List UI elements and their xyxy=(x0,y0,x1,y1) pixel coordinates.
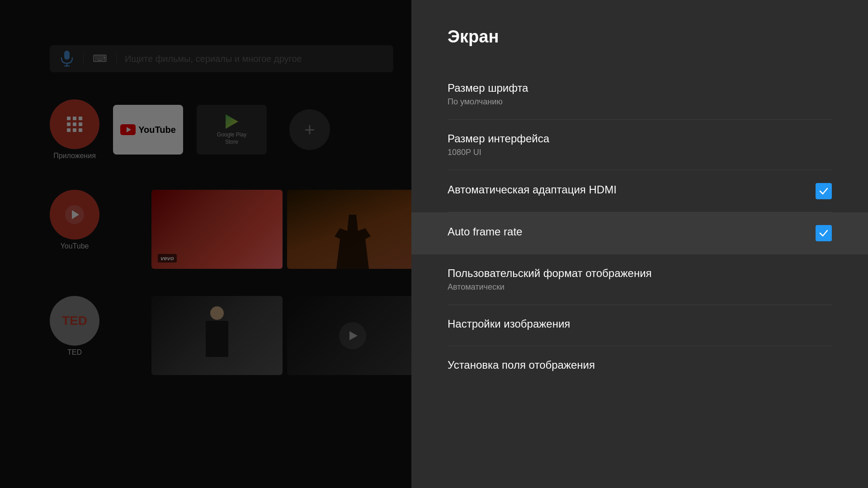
settings-item-image_settings[interactable]: Настройки изображения xyxy=(448,305,832,346)
youtube-section: YouTube xyxy=(50,190,99,250)
settings-label-hdmi_adaptation: Автоматическая адаптация HDMI xyxy=(448,183,816,196)
settings-label-auto_frame_rate: Auto frame rate xyxy=(448,225,816,238)
settings-item-content-interface_size: Размер интерфейса1080P UI xyxy=(448,132,832,157)
apps-label: Приложения xyxy=(53,152,96,160)
settings-item-display_format[interactable]: Пользовательский формат отображенияАвтом… xyxy=(448,254,832,305)
settings-item-auto_frame_rate[interactable]: Auto frame rate xyxy=(411,212,868,254)
settings-item-content-display_format: Пользовательский формат отображенияАвтом… xyxy=(448,267,832,292)
settings-label-image_settings: Настройки изображения xyxy=(448,318,832,330)
settings-list: Размер шрифтаПо умолчаниюРазмер интерфей… xyxy=(448,69,832,387)
settings-item-content-font_size: Размер шрифтаПо умолчанию xyxy=(448,82,832,107)
settings-value-interface_size: 1080P UI xyxy=(448,148,832,157)
apps-section: Приложения YouTube Google Pla xyxy=(50,99,330,160)
search-bar[interactable]: ⌨ Ищите фильмы, сериалы и многое другое xyxy=(50,45,393,72)
settings-item-content-image_settings: Настройки изображения xyxy=(448,318,832,333)
yt-play-btn-icon xyxy=(120,124,136,135)
settings-item-hdmi_adaptation[interactable]: Автоматическая адаптация HDMI xyxy=(448,170,832,212)
svg-marker-3 xyxy=(226,114,238,129)
checkmark-icon xyxy=(819,186,829,196)
svg-rect-0 xyxy=(64,51,70,60)
settings-label-font_size: Размер шрифта xyxy=(448,82,832,94)
settings-value-font_size: По умолчанию xyxy=(448,97,832,107)
youtube-text: YouTube xyxy=(138,125,176,135)
ted-thumb-1[interactable] xyxy=(151,296,283,375)
google-play-label: Google PlayStore xyxy=(217,131,246,145)
settings-label-interface_size: Размер интерфейса xyxy=(448,132,832,145)
settings-value-display_format: Автоматически xyxy=(448,282,832,292)
mic-button[interactable] xyxy=(59,51,75,67)
google-play-tile[interactable]: Google PlayStore xyxy=(197,105,267,155)
video-thumbs-row1: vevo xyxy=(151,190,411,269)
person-head xyxy=(210,306,224,320)
play-icon-small xyxy=(349,331,358,340)
search-divider xyxy=(83,52,84,65)
add-app-button[interactable]: + xyxy=(289,109,330,150)
youtube-label: YouTube xyxy=(61,242,89,250)
checkbox-hdmi_adaptation[interactable] xyxy=(816,183,832,199)
youtube-logo: YouTube xyxy=(120,124,176,135)
ted-thumb-2[interactable] xyxy=(287,296,411,375)
checkbox-auto_frame_rate[interactable] xyxy=(816,225,832,241)
settings-panel: Экран Размер шрифтаПо умолчаниюРазмер ин… xyxy=(411,0,868,488)
youtube-play-icon xyxy=(65,205,84,224)
settings-label-display_margin: Установка поля отображения xyxy=(448,359,832,371)
settings-item-display_margin[interactable]: Установка поля отображения xyxy=(448,346,832,387)
apps-icon[interactable] xyxy=(50,99,99,149)
concert-thumb[interactable] xyxy=(287,190,411,269)
settings-title: Экран xyxy=(448,27,832,47)
settings-item-content-hdmi_adaptation: Автоматическая адаптация HDMI xyxy=(448,183,816,199)
vevo-thumb[interactable]: vevo xyxy=(151,190,283,269)
person-body xyxy=(206,321,228,357)
ted-circle-icon[interactable]: TED xyxy=(50,296,99,346)
tv-home-screen: ⌨ Ищите фильмы, сериалы и многое другое … xyxy=(0,0,411,488)
settings-item-font_size[interactable]: Размер шрифтаПо умолчанию xyxy=(448,69,832,120)
ted-thumbs-row xyxy=(151,296,411,375)
person-figure xyxy=(201,306,233,365)
apps-grid-icon xyxy=(67,117,82,132)
search-placeholder: Ищите фильмы, сериалы и многое другое xyxy=(125,54,384,64)
ted-logo-text: TED xyxy=(62,314,87,328)
keyboard-icon[interactable]: ⌨ xyxy=(92,51,108,67)
add-icon: + xyxy=(304,120,315,140)
youtube-circle-icon[interactable] xyxy=(50,190,99,239)
ted-label: TED xyxy=(67,348,82,357)
checkmark-icon xyxy=(819,228,829,238)
settings-item-content-display_margin: Установка поля отображения xyxy=(448,359,832,374)
vevo-label: vevo xyxy=(158,254,177,263)
youtube-app-tile[interactable]: YouTube xyxy=(113,105,183,155)
settings-item-interface_size[interactable]: Размер интерфейса1080P UI xyxy=(448,120,832,170)
settings-item-content-auto_frame_rate: Auto frame rate xyxy=(448,225,816,241)
concert-silhouette xyxy=(335,215,371,269)
google-play-icon xyxy=(224,113,240,130)
ted-thumb-2-overlay xyxy=(339,322,366,349)
ted-section: TED TED xyxy=(50,296,99,357)
settings-label-display_format: Пользовательский формат отображения xyxy=(448,267,832,280)
search-divider2 xyxy=(116,52,117,65)
